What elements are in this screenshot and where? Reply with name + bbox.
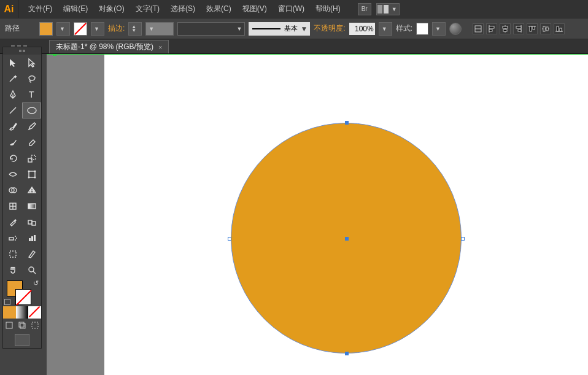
svg-rect-44	[31, 236, 33, 241]
menu-view[interactable]: 视图(V)	[238, 1, 272, 17]
menu-edit[interactable]: 编辑(E)	[58, 1, 93, 17]
anchor-right[interactable]	[461, 237, 465, 241]
stroke-weight-stepper[interactable]: ▲▼	[128, 22, 142, 36]
ellipse-shape[interactable]	[231, 123, 462, 354]
color-mode-none[interactable]	[28, 306, 41, 319]
align-panel-icon[interactable]	[473, 23, 484, 34]
ellipse-tool[interactable]	[22, 102, 41, 118]
graphic-style-swatch[interactable]	[416, 23, 428, 35]
align-right-icon[interactable]	[513, 23, 524, 34]
workspace-layout-button[interactable]: ▼	[376, 3, 400, 15]
stroke-preview-swatch[interactable]	[15, 289, 31, 305]
eraser-tool[interactable]	[22, 134, 41, 150]
svg-rect-46	[10, 251, 16, 257]
line-tool[interactable]	[3, 102, 22, 118]
pasteboard	[47, 54, 104, 375]
paintbrush-tool[interactable]	[3, 118, 22, 134]
bridge-button[interactable]: Br	[358, 3, 371, 15]
magic-wand-tool[interactable]	[3, 71, 22, 87]
menu-effect[interactable]: 效果(C)	[201, 1, 236, 17]
svg-rect-43	[29, 238, 31, 241]
perspective-grid-tool[interactable]	[22, 182, 41, 198]
symbol-sprayer-tool[interactable]	[3, 230, 22, 246]
menu-object[interactable]: 对象(O)	[94, 1, 129, 17]
svg-rect-37	[28, 220, 32, 224]
hand-tool[interactable]	[3, 262, 22, 278]
svg-point-40	[15, 236, 16, 237]
rotate-tool[interactable]	[3, 150, 22, 166]
svg-rect-13	[533, 26, 535, 29]
align-left-icon[interactable]	[486, 23, 497, 34]
selection-type-label: 路径	[5, 23, 36, 34]
align-bottom-icon[interactable]	[554, 23, 565, 34]
align-middle-v-icon[interactable]	[540, 23, 551, 34]
lasso-tool[interactable]	[22, 71, 41, 87]
menu-select[interactable]: 选择(S)	[166, 1, 200, 17]
type-tool[interactable]: T	[22, 87, 41, 102]
scale-tool[interactable]	[22, 150, 41, 166]
svg-rect-3	[489, 26, 494, 28]
draw-inside-icon[interactable]	[28, 319, 41, 332]
menubar-extras: Br ▼	[346, 3, 400, 15]
menu-window[interactable]: 窗口(W)	[273, 1, 309, 17]
align-center-h-icon[interactable]	[500, 23, 511, 34]
stroke-profile-dropdown[interactable]: ▼	[177, 22, 245, 36]
fill-color-swatch[interactable]	[39, 22, 53, 36]
free-transform-tool[interactable]	[22, 166, 41, 182]
anchor-bottom[interactable]	[345, 352, 349, 355]
svg-text:T: T	[29, 90, 34, 99]
stroke-color-dropdown[interactable]: ▼	[91, 22, 104, 36]
selection-tool[interactable]	[3, 55, 22, 71]
align-top-icon[interactable]	[527, 23, 538, 34]
draw-behind-icon[interactable]	[16, 319, 29, 332]
svg-rect-49	[6, 322, 12, 328]
canvas-area[interactable]	[47, 54, 588, 375]
pen-tool[interactable]	[3, 87, 22, 102]
blob-brush-tool[interactable]	[3, 134, 22, 150]
svg-point-42	[15, 239, 16, 241]
swap-fill-stroke-icon[interactable]: ↺	[33, 279, 39, 287]
artboard-tool[interactable]	[3, 246, 22, 262]
svg-rect-9	[516, 26, 521, 28]
menu-file[interactable]: 文件(F)	[23, 1, 57, 17]
brush-definition-dropdown[interactable]: 基本 ▼	[249, 22, 310, 36]
slice-tool[interactable]	[22, 246, 41, 262]
opacity-dropdown[interactable]: ▼	[379, 22, 392, 36]
eyedropper-tool[interactable]	[3, 214, 22, 230]
screen-mode-button[interactable]	[3, 332, 41, 348]
center-point[interactable]	[345, 237, 349, 241]
recolor-artwork-button[interactable]	[449, 23, 462, 35]
menu-help[interactable]: 帮助(H)	[311, 1, 346, 17]
svg-rect-26	[29, 171, 35, 177]
direct-selection-tool[interactable]	[22, 55, 41, 71]
tools-panel-grip[interactable]	[3, 47, 41, 55]
draw-normal-icon[interactable]	[3, 319, 16, 332]
stroke-color-swatch[interactable]	[74, 22, 87, 36]
default-fill-stroke-icon[interactable]	[4, 299, 10, 305]
svg-rect-6	[503, 26, 508, 28]
svg-point-23	[28, 107, 36, 114]
column-graph-tool[interactable]	[22, 230, 41, 246]
svg-rect-39	[9, 238, 14, 240]
width-tool[interactable]	[3, 166, 22, 182]
color-mode-gradient[interactable]	[16, 306, 29, 319]
document-tab[interactable]: 未标题-1* @ 98% (RGB/预览) ×	[49, 40, 169, 53]
zoom-tool[interactable]	[22, 262, 41, 278]
blend-tool[interactable]	[22, 214, 41, 230]
opacity-input[interactable]: 100%	[349, 23, 375, 35]
anchor-left[interactable]	[228, 237, 231, 241]
shape-builder-tool[interactable]	[3, 182, 22, 198]
gradient-tool[interactable]	[22, 198, 41, 214]
graphic-style-dropdown[interactable]: ▼	[432, 22, 446, 36]
pencil-tool[interactable]	[22, 118, 41, 134]
stroke-weight-input[interactable]: ▼	[145, 22, 174, 36]
anchor-top[interactable]	[345, 121, 349, 125]
color-mode-solid[interactable]	[3, 306, 16, 319]
menu-type[interactable]: 文字(T)	[131, 1, 164, 17]
mesh-tool[interactable]	[3, 198, 22, 214]
fill-color-dropdown[interactable]: ▼	[56, 22, 70, 36]
svg-point-29	[28, 177, 29, 179]
close-tab-button[interactable]: ×	[158, 44, 162, 51]
svg-rect-51	[19, 322, 24, 327]
fill-stroke-preview[interactable]: ↺	[3, 278, 41, 306]
